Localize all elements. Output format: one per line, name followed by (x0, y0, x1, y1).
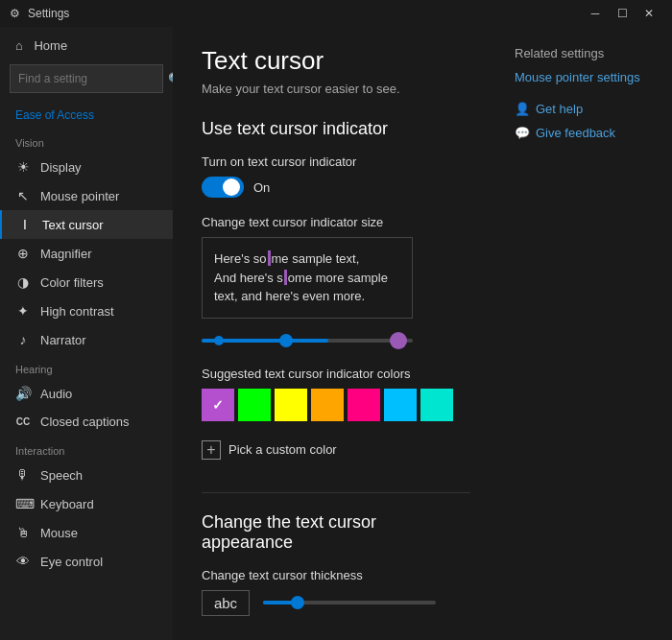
plus-icon: + (202, 440, 221, 460)
suggested-colors-label: Suggested text cursor indicator colors (202, 367, 470, 381)
sidebar-item-mouse[interactable]: 🖱 Mouse (0, 518, 173, 547)
toggle-state-label: On (253, 180, 270, 195)
thickness-label: Change text cursor thickness (202, 568, 470, 582)
color-swatch-yellow[interactable] (275, 389, 307, 421)
magnifier-label: Magnifier (40, 247, 91, 261)
breadcrumb[interactable]: Ease of Access (0, 103, 173, 128)
size-slider[interactable] (202, 330, 413, 351)
pick-custom-label: Pick a custom color (228, 442, 337, 457)
audio-label: Audio (40, 387, 72, 401)
sidebar-item-speech[interactable]: 🎙 Speech (0, 461, 173, 489)
color-swatch-orange[interactable] (311, 389, 344, 421)
color-swatch-lightblue[interactable] (384, 389, 417, 421)
sidebar-item-color-filters[interactable]: ◑ Color filters (0, 268, 173, 296)
app-container: ⌂ Home 🔍 Ease of Access Vision ☀ Display… (0, 27, 672, 640)
closed-captions-icon: CC (15, 416, 31, 427)
related-title: Related settings (515, 46, 657, 60)
maximize-button[interactable]: ☐ (609, 0, 636, 27)
mouse-pointer-settings-link[interactable]: Mouse pointer settings (515, 70, 657, 84)
slider-thumb-right[interactable] (390, 332, 407, 349)
narrator-label: Narrator (40, 333, 86, 347)
mouse-icon: 🖱 (15, 525, 31, 540)
display-label: Display (40, 160, 82, 175)
settings-icon: ⚙ (10, 7, 20, 20)
mouse-pointer-label: Mouse pointer (40, 189, 119, 203)
vision-section-label: Vision (0, 128, 173, 153)
speech-label: Speech (40, 468, 83, 483)
pick-custom-color-button[interactable]: + Pick a custom color (202, 435, 470, 465)
preview-line2b: ome more sample (288, 271, 388, 285)
home-label[interactable]: Home (34, 38, 67, 53)
color-swatch-purple[interactable] (202, 389, 234, 421)
title-bar: ⚙ Settings ─ ☐ ✕ (0, 0, 672, 27)
eye-control-icon: 👁 (15, 554, 31, 569)
preview-line1b: me sample text, (272, 251, 360, 266)
divider (202, 492, 470, 493)
section1-title: Use text cursor indicator (202, 119, 470, 139)
home-icon: ⌂ (15, 38, 23, 53)
mouse-label: Mouse (40, 526, 78, 540)
sidebar-item-high-contrast[interactable]: ✦ High contrast (0, 296, 173, 325)
keyboard-icon: ⌨ (15, 496, 31, 511)
page-subtitle: Make your text cursor easier to see. (202, 82, 470, 96)
color-swatch-green[interactable] (238, 389, 271, 421)
color-swatch-pink[interactable] (348, 389, 380, 421)
toggle-row: On (202, 177, 470, 198)
section2-title: Change the text cursor appearance (202, 512, 470, 553)
slider-thumb-left[interactable] (214, 336, 224, 345)
sidebar: ⌂ Home 🔍 Ease of Access Vision ☀ Display… (0, 27, 173, 640)
audio-icon: 🔊 (15, 386, 31, 401)
cursor-indicator-1 (268, 250, 271, 266)
color-swatch-teal[interactable] (420, 389, 453, 421)
get-help-label: Get help (536, 102, 583, 116)
slider-section-label: Change text cursor indicator size (202, 215, 470, 229)
sidebar-item-closed-captions[interactable]: CC Closed captions (0, 408, 173, 436)
preview-line1: Here's so (214, 251, 267, 266)
give-feedback-label: Give feedback (536, 126, 615, 140)
main-content: Text cursor Make your text cursor easier… (173, 27, 499, 640)
color-filters-icon: ◑ (15, 274, 31, 290)
minimize-button[interactable]: ─ (582, 0, 609, 27)
text-cursor-icon: I (17, 217, 33, 232)
abc-preview: abc (202, 590, 250, 616)
sidebar-item-keyboard[interactable]: ⌨ Keyboard (0, 489, 173, 518)
high-contrast-icon: ✦ (15, 303, 31, 319)
search-container[interactable]: 🔍 (10, 64, 163, 93)
slider-thumb-middle[interactable] (279, 334, 293, 347)
get-help-icon: 👤 (515, 102, 530, 116)
sidebar-item-audio[interactable]: 🔊 Audio (0, 379, 173, 408)
magnifier-icon: ⊕ (15, 246, 31, 261)
eye-control-label: Eye control (40, 555, 103, 569)
closed-captions-label: Closed captions (40, 415, 130, 429)
sidebar-item-magnifier[interactable]: ⊕ Magnifier (0, 239, 173, 268)
sidebar-item-eye-control[interactable]: 👁 Eye control (0, 547, 173, 576)
give-feedback-link[interactable]: 💬 Give feedback (515, 126, 657, 140)
right-panel: Related settings Mouse pointer settings … (499, 27, 672, 640)
color-swatches (202, 389, 470, 421)
sidebar-item-mouse-pointer[interactable]: ↖ Mouse pointer (0, 181, 173, 210)
cursor-indicator-2 (284, 270, 287, 285)
preview-line2: And here's s (214, 271, 283, 285)
thickness-thumb[interactable] (291, 596, 304, 609)
display-icon: ☀ (15, 159, 31, 175)
thickness-slider[interactable] (263, 601, 436, 604)
high-contrast-label: High contrast (40, 304, 114, 319)
toggle-switch[interactable] (202, 177, 244, 198)
hearing-section-label: Hearing (0, 354, 173, 379)
title-bar-left: ⚙ Settings (10, 7, 69, 20)
text-cursor-label: Text cursor (42, 218, 104, 232)
toggle-setting-label: Turn on text cursor indicator (202, 154, 470, 169)
sidebar-item-narrator[interactable]: ♪ Narrator (0, 325, 173, 354)
preview-line3: text, and here's even more. (214, 289, 365, 303)
text-preview-box: Here's some sample text, And here's some… (202, 237, 413, 319)
close-button[interactable]: ✕ (636, 0, 662, 27)
narrator-icon: ♪ (15, 332, 31, 347)
sidebar-item-display[interactable]: ☀ Display (0, 153, 173, 181)
search-input[interactable] (18, 72, 162, 85)
color-filters-label: Color filters (40, 275, 104, 290)
sidebar-item-text-cursor[interactable]: I Text cursor (0, 210, 173, 239)
sidebar-header: ⌂ Home (0, 27, 173, 60)
page-title: Text cursor (202, 46, 470, 76)
get-help-link[interactable]: 👤 Get help (515, 102, 657, 116)
speech-icon: 🎙 (15, 467, 31, 483)
